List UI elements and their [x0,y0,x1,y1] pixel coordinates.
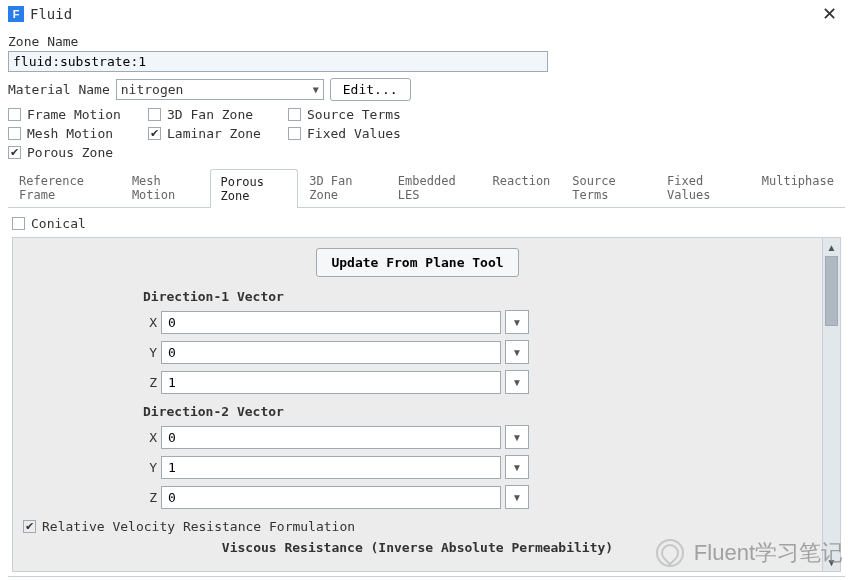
tab-3d-fan-zone[interactable]: 3D Fan Zone [298,168,387,207]
axis-y-label: Y [143,345,157,360]
material-name-value: nitrogen [121,82,184,97]
tab-porous-zone[interactable]: Porous Zone [210,169,299,208]
edit-material-button[interactable]: Edit... [330,78,411,101]
tab-reaction[interactable]: Reaction [482,168,562,207]
laminar-zone-checkbox[interactable]: ✔Laminar Zone [148,126,288,141]
chevron-down-icon: ▼ [313,84,319,95]
dir1-y-input[interactable] [161,341,501,364]
update-from-plane-tool-button[interactable]: Update From Plane Tool [316,248,518,277]
dir2-z-dropdown[interactable]: ▼ [505,485,529,509]
dir2-z-input[interactable] [161,486,501,509]
direction-1-title: Direction-1 Vector [143,289,812,304]
dir2-x-dropdown[interactable]: ▼ [505,425,529,449]
close-icon[interactable]: ✕ [814,3,845,25]
material-name-label: Material Name [8,82,110,97]
app-icon: F [8,6,24,22]
zone-name-input[interactable] [8,51,548,72]
dir1-z-input[interactable] [161,371,501,394]
watermark: Fluent学习笔记 [656,538,843,568]
tab-mesh-motion[interactable]: Mesh Motion [121,168,210,207]
direction-2-vector: Direction-2 Vector X▼ Y▼ Z▼ [143,404,812,509]
window-title: Fluid [30,6,814,22]
conical-checkbox[interactable]: Conical [12,216,841,231]
relative-velocity-checkbox[interactable]: ✔Relative Velocity Resistance Formulatio… [23,519,812,534]
options-grid: Frame Motion 3D Fan Zone Source Terms Me… [8,107,845,160]
source-terms-checkbox[interactable]: Source Terms [288,107,428,122]
tab-fixed-values[interactable]: Fixed Values [656,168,751,207]
porous-panel: Update From Plane Tool Direction-1 Vecto… [12,237,841,572]
tab-bar: Reference Frame Mesh Motion Porous Zone … [8,168,845,208]
content-area: Zone Name Material Name nitrogen ▼ Edit.… [0,28,853,580]
porous-zone-checkbox[interactable]: ✔Porous Zone [8,145,148,160]
dir2-y-dropdown[interactable]: ▼ [505,455,529,479]
tab-body: Conical Update From Plane Tool Direction… [8,208,845,576]
axis-z-label: Z [143,375,157,390]
direction-2-title: Direction-2 Vector [143,404,812,419]
mesh-motion-checkbox[interactable]: Mesh Motion [8,126,148,141]
scroll-track[interactable] [823,256,840,553]
fixed-values-checkbox[interactable]: Fixed Values [288,126,428,141]
dir2-y-input[interactable] [161,456,501,479]
scroll-up-icon[interactable]: ▲ [823,238,840,256]
dir2-x-input[interactable] [161,426,501,449]
watermark-text: Fluent学习笔记 [694,538,843,568]
axis-x-label: X [143,315,157,330]
dir1-x-dropdown[interactable]: ▼ [505,310,529,334]
wechat-icon [656,539,684,567]
dir1-x-input[interactable] [161,311,501,334]
fan-zone-checkbox[interactable]: 3D Fan Zone [148,107,288,122]
dir1-y-dropdown[interactable]: ▼ [505,340,529,364]
dialog-actions: Apply Close Help [8,576,845,580]
frame-motion-checkbox[interactable]: Frame Motion [8,107,148,122]
zone-name-label: Zone Name [8,34,845,49]
tab-multiphase[interactable]: Multiphase [751,168,845,207]
title-bar: F Fluid ✕ [0,0,853,28]
tab-reference-frame[interactable]: Reference Frame [8,168,121,207]
dir1-z-dropdown[interactable]: ▼ [505,370,529,394]
material-name-dropdown[interactable]: nitrogen ▼ [116,79,324,100]
tab-embedded-les[interactable]: Embedded LES [387,168,482,207]
scroll-thumb[interactable] [825,256,838,326]
direction-1-vector: Direction-1 Vector X▼ Y▼ Z▼ [143,289,812,394]
panel-scrollbar[interactable]: ▲ ▼ [822,238,840,571]
tab-source-terms[interactable]: Source Terms [561,168,656,207]
